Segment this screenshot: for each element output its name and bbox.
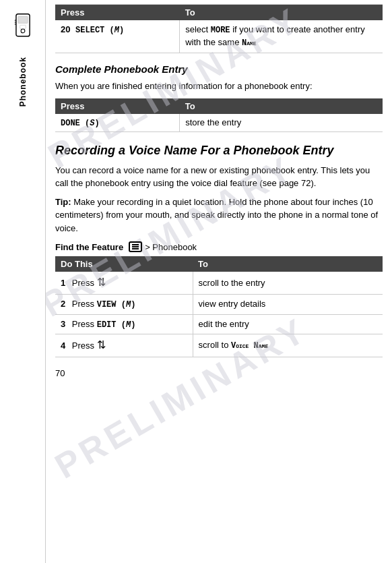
store-entry-text: store the entry [185, 117, 241, 127]
view-keyword: VIEW ( [97, 300, 126, 309]
complete-section-body: When you are finished entering informati… [55, 80, 383, 93]
svg-rect-1 [18, 16, 27, 23]
content-wrapper: PRELIMINARY PRELIMINARY PRELIMINARY Pres… [46, 0, 392, 563]
edit-close: ) [131, 320, 135, 330]
phone-icon [11, 13, 35, 38]
table-row: 20 SELECT (M) select MORE if you want to… [55, 20, 383, 53]
top-table-press-cell: 20 SELECT (M) [55, 20, 180, 53]
do-this-table: Do This To 1 Press ⇅ scroll to the entry [55, 256, 383, 357]
tip-label: Tip: [55, 197, 71, 207]
table-row: 2 Press VIEW (M) view entry details [55, 294, 383, 314]
do-cell-2: 2 Press VIEW (M) [55, 294, 193, 314]
menu-icon [129, 241, 142, 252]
recording-section: Recording a Voice Name For a Phonebook E… [55, 143, 383, 357]
complete-section-heading: Complete Phonebook Entry [55, 63, 383, 76]
scroll-icon-1: ⇅ [97, 275, 106, 290]
table-row: DONE (S) store the entry [55, 114, 383, 132]
press-label-1: Press [72, 278, 97, 288]
voice-name-smallcaps: Voice Name [231, 341, 268, 351]
sidebar-label: Phonebook [18, 57, 28, 107]
step-num-4: 4 [61, 340, 65, 351]
table-row: 4 Press ⇅ scroll to Voice Name [55, 334, 383, 357]
table-row: 1 Press ⇅ scroll to the entry [55, 272, 383, 294]
find-feature-path: > Phonebook [145, 242, 197, 252]
edit-keyword: EDIT ( [97, 320, 126, 330]
top-table-col2-header: To [180, 5, 383, 21]
tip-paragraph: Tip: Make your recording in a quiet loca… [55, 196, 383, 235]
press-select-text: SELECT ( [75, 26, 115, 35]
scroll-to-label: scroll to [199, 340, 231, 350]
sidebar: Phonebook [0, 0, 46, 563]
step-num-1: 1 [61, 278, 65, 288]
find-feature-label: Find the Feature [55, 242, 123, 252]
main-content: Press To 20 SELECT (M) select MORE if yo… [46, 0, 392, 563]
press-edit-text: Press [72, 319, 97, 329]
do-cell-4: 4 Press ⇅ [55, 334, 193, 357]
to-cell-4: scroll to Voice Name [193, 334, 383, 357]
to-cell-3: edit the entry [193, 314, 383, 334]
press-select-close: ) [119, 26, 124, 35]
more-keyword: MORE [211, 26, 230, 35]
do-table-col1-header: Do This [55, 256, 193, 272]
complete-phonebook-section: Complete Phonebook Entry When you are fi… [55, 63, 383, 132]
page-number: 70 [55, 368, 383, 378]
complete-table-col1-header: Press [55, 98, 180, 114]
recording-body1: You can record a voice name for a new or… [55, 164, 383, 190]
to-cell-1: scroll to the entry [193, 272, 383, 294]
press-view-text: Press [72, 299, 97, 309]
row-number: 20 [61, 24, 70, 34]
complete-to-cell: store the entry [180, 114, 383, 132]
top-table-to-cell: select MORE if you want to create anothe… [180, 20, 383, 53]
do-table-col2-header: To [193, 256, 383, 272]
top-table-col1-header: Press [55, 5, 180, 21]
do-cell-3: 3 Press EDIT (M) [55, 314, 193, 334]
recording-heading: Recording a Voice Name For a Phonebook E… [55, 143, 383, 158]
table-row: 3 Press EDIT (M) edit the entry [55, 314, 383, 334]
find-feature-row: Find the Feature > Phonebook [55, 241, 383, 252]
top-press-table: Press To 20 SELECT (M) select MORE if yo… [55, 4, 383, 53]
press-select-sym: M [115, 26, 119, 35]
to-cell-2: view entry details [193, 294, 383, 314]
svg-point-2 [21, 29, 25, 33]
press-label-4: Press [72, 340, 97, 351]
complete-table-col2-header: To [180, 98, 383, 114]
do-cell-1: 1 Press ⇅ [55, 272, 193, 294]
step-num-3: 3 [61, 319, 65, 329]
step-num-2: 2 [61, 299, 65, 309]
done-text: DONE ( [61, 119, 90, 128]
done-close: ) [94, 119, 99, 128]
view-close: ) [131, 300, 135, 309]
complete-press-table: Press To DONE (S) store the entry [55, 98, 383, 132]
name-smallcaps: Name [242, 38, 257, 48]
tip-body: Make your recording in a quiet location.… [55, 197, 378, 233]
complete-press-cell: DONE (S) [55, 114, 180, 132]
scroll-icon-4: ⇅ [97, 338, 106, 353]
